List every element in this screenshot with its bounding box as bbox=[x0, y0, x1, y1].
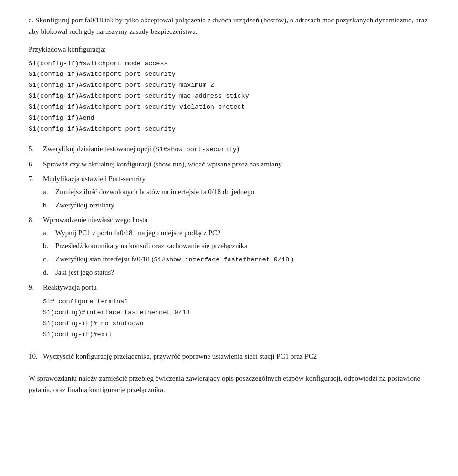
sub-item: d. Jaki jest jego status? bbox=[43, 267, 429, 278]
sub-item: b. Prześledź komunikaty na konsoli oraz … bbox=[43, 240, 429, 251]
sub-content: Zmniejsz ilość dozwolonych hostów na int… bbox=[55, 186, 429, 197]
sub-letter: b. bbox=[43, 240, 55, 251]
item-content: Zweryfikuj działanie testowanej opcji (S… bbox=[43, 144, 429, 155]
list-item: 5. Zweryfikuj działanie testowanej opcji… bbox=[29, 144, 429, 155]
code-block-2: S1# configure terminal S1(config)#interf… bbox=[43, 297, 429, 341]
item-content: Sprawdź czy w aktualnej konfiguracji (sh… bbox=[43, 159, 429, 170]
sub-letter: b. bbox=[43, 200, 55, 211]
item-number: 6. bbox=[29, 159, 43, 170]
config-label: Przykładowa konfiguracja: bbox=[29, 44, 429, 55]
list-item: 10. Wyczyścić konfigurację przełącznika,… bbox=[29, 351, 429, 362]
item-number: 7. bbox=[29, 174, 43, 185]
sub-letter: a. bbox=[43, 228, 55, 238]
list-item: 7. Modyfikacja ustawień Port-security a.… bbox=[29, 174, 429, 213]
sub-content: Zweryfikuj stan interfejsu fa0/18 (S1#sh… bbox=[55, 254, 429, 265]
sub-item: a. Zmniejsz ilość dozwolonych hostów na … bbox=[43, 186, 429, 197]
inline-code: S1#show port-security bbox=[156, 146, 237, 153]
item-number: 9. bbox=[29, 282, 43, 293]
sub-content: Prześledź komunikaty na konsoli oraz zac… bbox=[55, 240, 429, 251]
main-list: 5. Zweryfikuj działanie testowanej opcji… bbox=[29, 144, 429, 362]
inline-code: S1#show interface fastethernet 0/18 bbox=[154, 256, 290, 263]
sub-list: a. Zmniejsz ilość dozwolonych hostów na … bbox=[43, 186, 429, 211]
list-item: 8. Wprowadzenie niewłaściwego hosta a. W… bbox=[29, 215, 429, 280]
sub-letter: a. bbox=[43, 186, 55, 197]
sub-item: b. Zweryfikuj rezultaty bbox=[43, 200, 429, 211]
item-content: Wprowadzenie niewłaściwego hosta a. Wypn… bbox=[43, 215, 429, 280]
sub-letter: c. bbox=[43, 254, 55, 265]
sub-content: Jaki jest jego status? bbox=[55, 267, 429, 278]
item-text: Wprowadzenie niewłaściwego hosta bbox=[43, 216, 147, 224]
item-content: Modyfikacja ustawień Port-security a. Zm… bbox=[43, 174, 429, 213]
sub-item: a. Wypnij PC1 z portu fa0/18 i na jego m… bbox=[43, 228, 429, 238]
sub-item: c. Zweryfikuj stan interfejsu fa0/18 (S1… bbox=[43, 254, 429, 265]
code-block-1: S1(config-if)#switchport mode access S1(… bbox=[29, 59, 429, 135]
list-item: 9. Reaktywacja portu S1# configure termi… bbox=[29, 282, 429, 349]
sub-content: Wypnij PC1 z portu fa0/18 i na jego miej… bbox=[55, 228, 429, 238]
footer-text: W sprawozdaniu należy zamieścić przebieg… bbox=[29, 373, 429, 395]
item-text: Modyfikacja ustawień Port-security bbox=[43, 175, 146, 183]
intro-text: a. Skonfiguruj port fa0/18 tak by tylko … bbox=[29, 14, 429, 37]
sub-content: Zweryfikuj rezultaty bbox=[55, 200, 429, 211]
item-number: 5. bbox=[29, 144, 43, 155]
item-content: Reaktywacja portu S1# configure terminal… bbox=[43, 282, 429, 349]
item-number: 8. bbox=[29, 215, 43, 226]
sub-letter: d. bbox=[43, 267, 55, 278]
item-content: Wyczyścić konfigurację przełącznika, prz… bbox=[43, 351, 429, 362]
item-number: 10. bbox=[29, 351, 43, 362]
intro-section: a. Skonfiguruj port fa0/18 tak by tylko … bbox=[29, 14, 429, 135]
list-item: 6. Sprawdź czy w aktualnej konfiguracji … bbox=[29, 159, 429, 170]
sub-list: a. Wypnij PC1 z portu fa0/18 i na jego m… bbox=[43, 228, 429, 278]
item-text: Reaktywacja portu bbox=[43, 283, 97, 291]
